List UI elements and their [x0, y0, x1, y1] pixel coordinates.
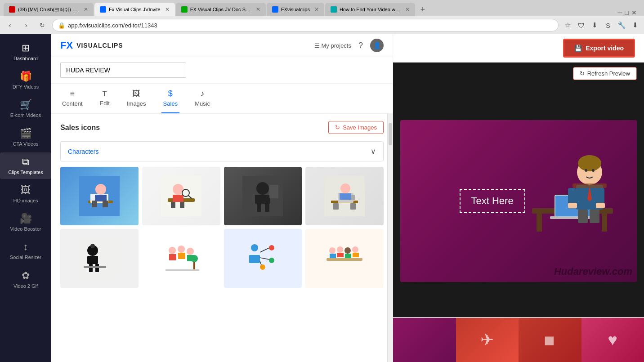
scrollbar-thumb[interactable]: [389, 123, 392, 145]
refresh-label: Refresh Preview: [587, 70, 630, 77]
edit-tab-icon: T: [103, 90, 107, 98]
browser-tab-4[interactable]: FXvisualclips ✕: [267, 3, 324, 16]
sidebar-item-hq-images[interactable]: 🖼 HQ images: [0, 181, 51, 207]
app-container: ⊞ Dashboard 🎁 DFY Videos 🛒 E-com Videos …: [0, 34, 644, 362]
svg-rect-72: [550, 216, 595, 219]
svg-rect-47: [165, 269, 199, 271]
projects-icon: ☰: [314, 42, 320, 49]
star-icon[interactable]: ☆: [562, 20, 573, 31]
panel-title: Sales icons: [60, 124, 100, 132]
thumbnail-2[interactable]: ✈: [456, 318, 519, 362]
tab-content-label: Content: [62, 100, 83, 107]
svg-rect-61: [337, 253, 344, 257]
tab-favicon-1: [9, 6, 15, 13]
characters-section-header[interactable]: Characters ∨: [60, 141, 384, 161]
new-tab-button[interactable]: +: [416, 3, 429, 16]
thumbnail-1[interactable]: [393, 318, 456, 362]
logo-fx-icon: FX: [60, 40, 73, 51]
logo-text: VISUALCLIPS: [76, 42, 123, 49]
browser-tab-1[interactable]: (39) [MV] Crush(크러쉬) _ De... ✕: [4, 3, 94, 16]
reload-button[interactable]: ↻: [36, 19, 49, 31]
character-image-8[interactable]: [305, 229, 384, 287]
tab-content[interactable]: ≡ Content: [60, 84, 85, 113]
vpn-icon[interactable]: S: [603, 20, 613, 31]
sidebar-item-social-resizer[interactable]: ↕ Social Resizer: [0, 237, 51, 264]
project-name-input[interactable]: [60, 63, 186, 78]
tab-close-3[interactable]: ✕: [256, 6, 260, 13]
character-image-1[interactable]: [60, 167, 139, 225]
svg-rect-82: [596, 203, 605, 208]
tab-music[interactable]: ♪ Music: [193, 84, 212, 113]
refresh-preview-button[interactable]: ↻ Refresh Preview: [573, 67, 637, 80]
close-button[interactable]: ✕: [631, 9, 637, 16]
tab-close-2[interactable]: ✕: [165, 6, 170, 13]
char5-svg: [79, 238, 120, 278]
svg-rect-84: [590, 210, 599, 223]
sidebar-item-clips-templates[interactable]: ⧉ Clips Templates: [0, 152, 51, 179]
sidebar-item-dashboard[interactable]: ⊞ Dashboard: [0, 39, 51, 65]
save-images-button[interactable]: ↻ Save Images: [328, 121, 384, 134]
char4-svg: [324, 176, 365, 216]
sidebar-label-cta: CTA Videos: [13, 141, 38, 147]
browser-tab-3[interactable]: FX Visual Clips JV Doc Sheet... ✕: [176, 3, 266, 16]
sidebar-item-dfy-videos[interactable]: 🎁 DFY Videos: [0, 67, 51, 94]
tab-close-1[interactable]: ✕: [84, 6, 88, 13]
svg-rect-63: [345, 254, 351, 258]
tab-close-4[interactable]: ✕: [314, 6, 319, 13]
clips-templates-icon: ⧉: [22, 156, 29, 168]
thumbnail-3[interactable]: ◆: [519, 318, 581, 362]
sidebar-item-video2gif[interactable]: ✿ Video 2 Gif: [0, 266, 51, 293]
right-panel: 💾 Export video ↻ Refresh Preview: [393, 34, 644, 362]
address-bar[interactable]: 🔒 app.fxvisualclips.com/editor/11343: [52, 19, 559, 31]
sidebar-label-hq: HQ images: [13, 198, 38, 204]
svg-point-52: [269, 258, 274, 263]
cta-videos-icon: 🎬: [20, 128, 32, 139]
scrollbar[interactable]: [387, 114, 393, 362]
bottom-thumbnails: ✈ ◆ ♥: [393, 317, 644, 362]
svg-point-62: [344, 247, 351, 254]
character-image-2[interactable]: [142, 167, 220, 225]
shield-icon[interactable]: 🛡: [576, 20, 586, 31]
character-image-6[interactable]: [142, 229, 220, 287]
user-avatar[interactable]: 👤: [370, 39, 384, 52]
download-ext-icon[interactable]: ⬇: [589, 20, 600, 31]
sales-tab-icon: $: [168, 89, 173, 98]
sidebar-item-video-booster[interactable]: 🎥 Video Booster: [0, 209, 51, 236]
thumbnail-2-icon: ✈: [480, 331, 494, 349]
tab-edit[interactable]: T Edit: [98, 85, 112, 113]
left-panel: FX VISUALCLIPS ☰ My projects ? 👤: [51, 34, 393, 362]
text-here-placeholder[interactable]: Text Here: [460, 189, 525, 213]
svg-rect-68: [537, 214, 542, 232]
back-button[interactable]: ‹: [4, 19, 16, 31]
sidebar-item-ecom-videos[interactable]: 🛒 E-com Videos: [0, 95, 51, 122]
svg-rect-28: [350, 203, 356, 210]
tab-close-5[interactable]: ✕: [405, 6, 410, 13]
sidebar-item-cta-videos[interactable]: 🎬 CTA Videos: [0, 124, 51, 151]
tab-images[interactable]: 🖼 Images: [125, 84, 148, 113]
character-image-4[interactable]: [305, 167, 384, 225]
character-image-5[interactable]: [60, 229, 139, 287]
forward-button[interactable]: ›: [20, 19, 32, 31]
preview-controls: ↻ Refresh Preview: [393, 63, 644, 85]
export-video-button[interactable]: 💾 Export video: [563, 39, 635, 58]
browser-tab-2[interactable]: Fx Visual Clips JVInvite ✕: [94, 3, 175, 16]
sidebar-label-booster: Video Booster: [10, 226, 41, 232]
maximize-button[interactable]: □: [625, 9, 629, 16]
browser-action-buttons: ☆ 🛡 ⬇ S 🔧 ⬇: [562, 20, 640, 31]
characters-chevron-icon: ∨: [371, 147, 376, 156]
minimize-button[interactable]: ─: [618, 9, 622, 16]
my-projects-link[interactable]: ☰ My projects: [314, 42, 351, 49]
browser-tab-5[interactable]: How to End Your Video with... ✕: [325, 3, 415, 16]
ext-icon[interactable]: 🔧: [616, 20, 627, 31]
tab-title-5: How to End Your Video with...: [340, 7, 401, 12]
help-icon[interactable]: ?: [358, 41, 363, 50]
preview-video-frame: Text Here: [400, 120, 637, 282]
svg-rect-59: [330, 254, 336, 258]
svg-point-53: [260, 264, 265, 270]
thumbnail-4[interactable]: ♥: [581, 318, 644, 362]
download-icon[interactable]: ⬇: [630, 20, 640, 31]
character-image-7[interactable]: [224, 229, 302, 287]
app-header: FX VISUALCLIPS ☰ My projects ? 👤: [51, 34, 393, 57]
character-image-3[interactable]: [224, 167, 302, 225]
tab-sales[interactable]: $ Sales: [161, 84, 180, 113]
